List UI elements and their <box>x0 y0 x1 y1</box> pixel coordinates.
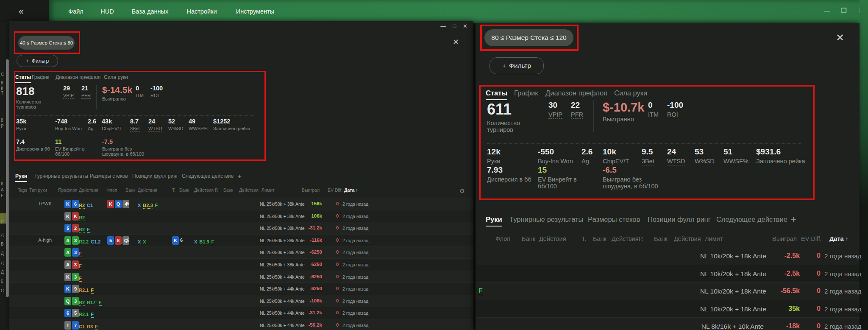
action-X[interactable]: X <box>194 239 197 244</box>
table-row[interactable]: KKR2NL 25k/50k + 38k Ante106k02 года наз… <box>9 210 473 222</box>
tab-hands-right-add-icon[interactable]: + <box>791 215 796 225</box>
action-F[interactable]: F <box>479 287 483 295</box>
dialog-close-icon[interactable]: ✕ <box>836 32 844 44</box>
action-C1[interactable]: C1 <box>79 324 85 329</box>
app-maximize-button[interactable]: ❐ <box>840 7 848 14</box>
action-B1.9[interactable]: B1.9 <box>199 239 209 244</box>
gear-icon[interactable]: ⚙ <box>459 187 465 194</box>
action-F[interactable]: F <box>91 312 94 318</box>
dialog-close-icon[interactable]: ✕ <box>453 37 459 47</box>
action-B2.3[interactable]: B2.3 <box>143 203 153 209</box>
col-left-13[interactable]: Действия <box>239 187 259 193</box>
col-left-16[interactable]: EV Diff. <box>328 187 342 193</box>
background-scrollbar[interactable] <box>6 59 9 297</box>
col-right-8[interactable]: Банк <box>654 235 668 242</box>
sidebar-collapse-icon[interactable]: « <box>19 6 24 16</box>
tab-hands-right-2[interactable]: Турнирные результаты <box>509 215 583 224</box>
action-F[interactable]: F <box>95 324 98 330</box>
stack-size-filter-chip[interactable]: 80 ≤ Размер Стека ≤ 120 <box>484 29 573 46</box>
tab-hands-right-1[interactable]: Руки <box>486 215 502 224</box>
add-filter-button[interactable]: + Фильтр <box>17 55 58 67</box>
col-left-17[interactable]: Дата ↑ <box>344 187 358 193</box>
action-F[interactable]: F <box>99 300 102 306</box>
tab-hands-right-5[interactable]: Следующее действие <box>716 215 787 224</box>
col-right-12[interactable]: EV Diff. <box>801 235 822 242</box>
table-row[interactable]: Q3R2R17'FNL 25k/50k + 44k Ante-106k02 го… <box>9 295 473 307</box>
add-filter-button[interactable]: + Фильтр <box>490 57 544 74</box>
tab-stats-left-4[interactable]: Сила руки <box>104 74 128 80</box>
action-F[interactable]: F <box>211 239 214 245</box>
tab-stats-left-3[interactable]: Диапазон префлоп <box>56 74 100 80</box>
tab-hands-right-3[interactable]: Размеры стеков <box>588 215 640 224</box>
col-left-11[interactable]: Р. <box>215 187 218 193</box>
action-R2.1[interactable]: R2.1 <box>79 288 89 293</box>
action-R2.2[interactable]: R2.2 <box>79 239 89 244</box>
col-left-10[interactable]: Действия <box>194 187 214 193</box>
action-R2[interactable]: R2 <box>79 300 85 306</box>
col-left-4[interactable]: Действия <box>79 187 98 193</box>
col-left-6[interactable]: Банк <box>125 187 135 193</box>
table-row[interactable]: 52R2FNL 25k/50k + 38k Ante-31.2k02 года … <box>9 222 473 234</box>
table-row[interactable]: K9R2.1FNL 25k/50k + 44k Ante-625002 года… <box>9 282 473 295</box>
action-C1.2[interactable]: C1.2 <box>91 239 100 245</box>
table-row[interactable]: T7C1R3FNL 25k/50k + 44k Ante-56.2k02 год… <box>9 319 473 330</box>
app-minimize-button[interactable]: — <box>823 7 831 14</box>
col-right-1[interactable]: Флоп <box>495 235 510 242</box>
close-button[interactable]: ✕ <box>463 23 467 29</box>
tab-stats-right-4[interactable]: Сила руки <box>614 89 647 97</box>
tab-stats-right-2[interactable]: График <box>514 89 538 97</box>
action-R17'[interactable]: R17' <box>87 300 97 305</box>
table-row[interactable]: A-highA3R2.2C1.258Q6XXK6XB1.9FNL 25k/50k… <box>9 234 473 246</box>
menu-item-3[interactable]: База данных <box>132 8 168 15</box>
col-left-5[interactable]: Флоп <box>106 187 117 193</box>
tab-hands-left-add-icon[interactable]: + <box>237 172 242 181</box>
col-left-12[interactable]: Банк <box>223 187 233 193</box>
col-right-3[interactable]: Действия <box>539 235 566 242</box>
action-R3[interactable]: R3 <box>87 324 93 329</box>
action-R2[interactable]: R2 <box>79 203 85 209</box>
col-right-2[interactable]: Банк <box>522 235 535 242</box>
col-right-10[interactable]: Лимит <box>705 235 723 242</box>
table-row[interactable]: NL 10k/20k + 18k Ante-2.5k02 года назад <box>476 247 860 265</box>
menu-item-1[interactable]: Файл <box>68 8 83 15</box>
action-X[interactable]: X <box>138 239 141 244</box>
col-left-14[interactable]: Лимит <box>262 187 275 193</box>
table-row[interactable]: FNL 10k/20k + 18k Ante-56.5k02 года наза… <box>476 282 860 300</box>
col-left-8[interactable]: Т. <box>172 187 175 193</box>
col-right-7[interactable]: Р. <box>639 235 643 242</box>
action-F[interactable]: F <box>79 276 82 282</box>
tab-hands-right-4[interactable]: Позиции фулл ринг <box>648 215 711 224</box>
col-right-13[interactable]: Дата ↑ <box>829 235 849 242</box>
action-X[interactable]: X <box>143 239 146 244</box>
col-left-7[interactable]: Действия <box>138 187 157 193</box>
col-right-6[interactable]: Действия <box>612 235 639 242</box>
table-row[interactable]: 65R2.1FNL 25k/50k + 44k Ante-31.2k02 год… <box>9 307 473 319</box>
menu-item-2[interactable]: HUD <box>100 8 114 15</box>
action-F[interactable]: F <box>79 263 82 269</box>
action-F[interactable]: F <box>79 251 82 257</box>
tab-stats-right-3[interactable]: Диапазон префлоп <box>545 89 607 97</box>
minimize-button[interactable]: — <box>440 23 446 29</box>
action-F[interactable]: F <box>155 203 158 208</box>
action-F[interactable]: F <box>91 288 94 294</box>
col-left-2[interactable]: Тип руки <box>29 187 47 193</box>
col-left-1[interactable]: Tags <box>18 187 27 193</box>
col-right-11[interactable]: Выиграл <box>772 235 797 242</box>
action-X[interactable]: X <box>138 203 141 208</box>
table-row[interactable]: A3FNL 25k/50k + 38k Ante-625002 года наз… <box>9 246 473 258</box>
table-row[interactable]: NL 10k/20k + 18k Ante-2.5k02 года назад <box>476 265 860 282</box>
action-C1[interactable]: C1 <box>87 203 93 208</box>
table-row[interactable]: NL 8k/16k + 10k Ante-18k02 года назад <box>476 317 860 330</box>
action-F[interactable]: F <box>87 227 90 233</box>
action-R2.1[interactable]: R2.1 <box>79 312 89 317</box>
col-right-5[interactable]: Банк <box>593 235 606 242</box>
col-right-9[interactable]: Действия <box>674 235 701 242</box>
col-right-4[interactable]: Т. <box>581 235 586 242</box>
menu-item-4[interactable]: Настройки <box>186 8 217 15</box>
tab-hands-left-1[interactable]: Руки <box>15 173 27 179</box>
maximize-button[interactable]: □ <box>453 23 456 29</box>
tab-stats-right-1[interactable]: Статы <box>486 89 507 97</box>
stack-size-filter-chip[interactable]: 40 ≤ Размер Стека ≤ 80 <box>18 36 75 50</box>
tab-stats-left-1[interactable]: Статы <box>15 74 31 80</box>
action-R2[interactable]: R2 <box>79 227 85 233</box>
